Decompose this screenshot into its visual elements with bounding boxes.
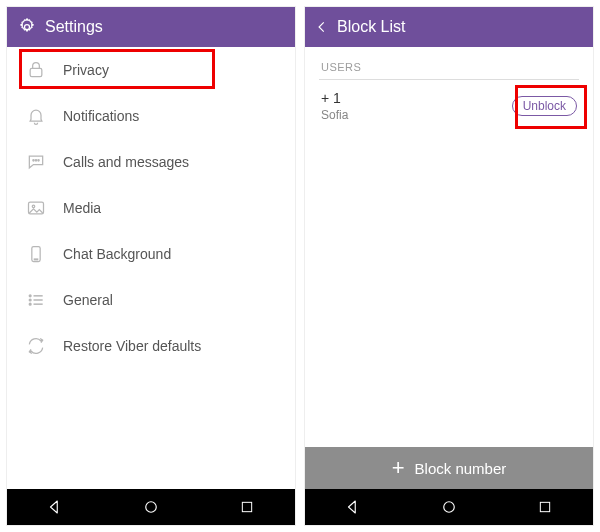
svg-rect-16 xyxy=(242,502,251,511)
settings-item-restore-defaults[interactable]: Restore Viber defaults xyxy=(7,323,295,369)
nav-recent-button[interactable] xyxy=(227,499,267,515)
blocklist-title: Block List xyxy=(337,18,405,36)
svg-point-15 xyxy=(146,502,157,513)
settings-item-chat-background[interactable]: Chat Background xyxy=(7,231,295,277)
settings-title: Settings xyxy=(45,18,103,36)
settings-item-privacy[interactable]: Privacy xyxy=(7,47,295,93)
gear-icon xyxy=(17,17,37,37)
refresh-icon xyxy=(25,335,47,357)
settings-item-label: Media xyxy=(63,200,101,216)
svg-point-11 xyxy=(29,299,31,301)
blocked-user-row: + 1 Sofia Unblock xyxy=(305,80,593,132)
settings-item-label: General xyxy=(63,292,113,308)
svg-point-2 xyxy=(33,160,34,161)
bell-icon xyxy=(25,105,47,127)
users-section-label: USERS xyxy=(305,47,593,79)
image-icon xyxy=(25,197,47,219)
svg-point-17 xyxy=(444,502,455,513)
svg-point-3 xyxy=(35,160,36,161)
blocklist-screen: Block List USERS + 1 Sofia Unblock + Blo… xyxy=(304,6,594,526)
android-navbar xyxy=(7,489,295,525)
blocklist-content: USERS + 1 Sofia Unblock + Block number xyxy=(305,47,593,489)
chat-icon xyxy=(25,151,47,173)
settings-list: Privacy Notifications xyxy=(7,47,295,489)
blocked-user-name: Sofia xyxy=(321,108,504,122)
back-icon[interactable] xyxy=(315,20,329,34)
blocklist-header: Block List xyxy=(305,7,593,47)
settings-header: Settings xyxy=(7,7,295,47)
settings-item-label: Chat Background xyxy=(63,246,171,262)
nav-recent-button[interactable] xyxy=(525,499,565,515)
svg-point-9 xyxy=(29,295,31,297)
list-icon xyxy=(25,289,47,311)
settings-item-general[interactable]: General xyxy=(7,277,295,323)
wallpaper-icon xyxy=(25,243,47,265)
settings-item-calls-messages[interactable]: Calls and messages xyxy=(7,139,295,185)
settings-screen: Settings Privacy N xyxy=(6,6,296,526)
svg-rect-18 xyxy=(540,502,549,511)
nav-home-button[interactable] xyxy=(131,498,171,516)
android-navbar xyxy=(305,489,593,525)
lock-icon xyxy=(25,59,47,81)
svg-point-6 xyxy=(32,205,35,208)
unblock-button[interactable]: Unblock xyxy=(512,96,577,116)
nav-back-button[interactable] xyxy=(35,498,75,516)
settings-item-label: Notifications xyxy=(63,108,139,124)
nav-home-button[interactable] xyxy=(429,498,469,516)
svg-rect-8 xyxy=(34,259,37,260)
settings-item-notifications[interactable]: Notifications xyxy=(7,93,295,139)
nav-back-button[interactable] xyxy=(333,498,373,516)
svg-point-13 xyxy=(29,303,31,305)
settings-item-media[interactable]: Media xyxy=(7,185,295,231)
plus-icon: + xyxy=(392,457,405,479)
block-number-button[interactable]: + Block number xyxy=(305,447,593,489)
block-number-label: Block number xyxy=(415,460,507,477)
settings-item-label: Privacy xyxy=(63,62,109,78)
settings-item-label: Restore Viber defaults xyxy=(63,338,201,354)
blocked-user-number: + 1 xyxy=(321,90,504,106)
svg-point-0 xyxy=(25,25,30,30)
settings-item-label: Calls and messages xyxy=(63,154,189,170)
svg-rect-1 xyxy=(30,68,42,76)
svg-point-4 xyxy=(38,160,39,161)
